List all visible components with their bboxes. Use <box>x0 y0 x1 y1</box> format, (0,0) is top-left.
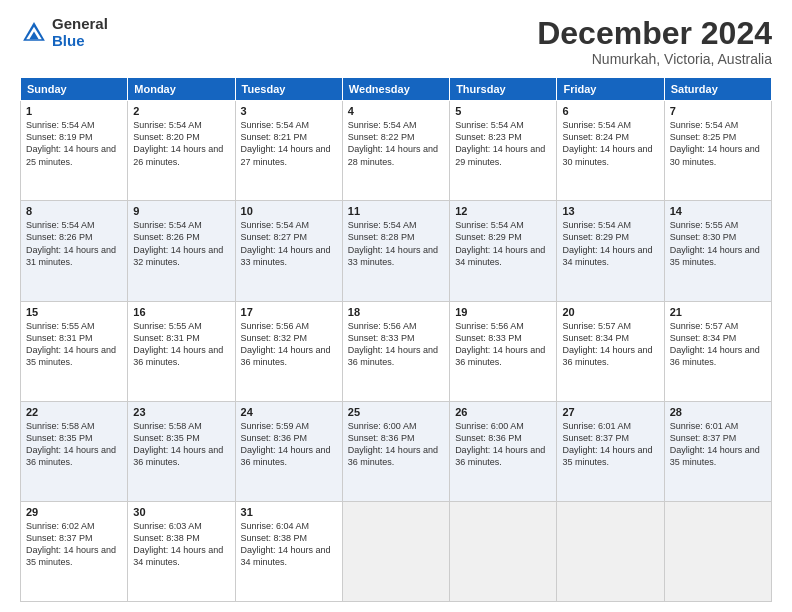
day-number: 25 <box>348 406 444 418</box>
calendar-cell: 3 Sunrise: 5:54 AMSunset: 8:21 PMDayligh… <box>235 101 342 201</box>
logo-text: General Blue <box>52 16 108 49</box>
day-info: Sunrise: 5:54 AMSunset: 8:27 PMDaylight:… <box>241 220 331 266</box>
calendar-cell: 16 Sunrise: 5:55 AMSunset: 8:31 PMDaylig… <box>128 301 235 401</box>
day-info: Sunrise: 5:58 AMSunset: 8:35 PMDaylight:… <box>26 421 116 467</box>
col-monday: Monday <box>128 78 235 101</box>
calendar-cell: 13 Sunrise: 5:54 AMSunset: 8:29 PMDaylig… <box>557 201 664 301</box>
day-number: 19 <box>455 306 551 318</box>
logo-general-text: General <box>52 16 108 33</box>
calendar-cell: 27 Sunrise: 6:01 AMSunset: 8:37 PMDaylig… <box>557 401 664 501</box>
logo-blue-text: Blue <box>52 33 108 50</box>
day-info: Sunrise: 5:55 AMSunset: 8:30 PMDaylight:… <box>670 220 760 266</box>
calendar-row-3: 15 Sunrise: 5:55 AMSunset: 8:31 PMDaylig… <box>21 301 772 401</box>
day-number: 20 <box>562 306 658 318</box>
calendar-cell: 20 Sunrise: 5:57 AMSunset: 8:34 PMDaylig… <box>557 301 664 401</box>
day-number: 29 <box>26 506 122 518</box>
calendar-row-2: 8 Sunrise: 5:54 AMSunset: 8:26 PMDayligh… <box>21 201 772 301</box>
day-number: 18 <box>348 306 444 318</box>
day-number: 12 <box>455 205 551 217</box>
title-block: December 2024 Numurkah, Victoria, Austra… <box>537 16 772 67</box>
calendar-cell: 8 Sunrise: 5:54 AMSunset: 8:26 PMDayligh… <box>21 201 128 301</box>
calendar-cell: 22 Sunrise: 5:58 AMSunset: 8:35 PMDaylig… <box>21 401 128 501</box>
day-info: Sunrise: 5:55 AMSunset: 8:31 PMDaylight:… <box>133 321 223 367</box>
day-info: Sunrise: 5:54 AMSunset: 8:26 PMDaylight:… <box>26 220 116 266</box>
calendar-cell: 26 Sunrise: 6:00 AMSunset: 8:36 PMDaylig… <box>450 401 557 501</box>
day-info: Sunrise: 5:56 AMSunset: 8:33 PMDaylight:… <box>348 321 438 367</box>
day-number: 4 <box>348 105 444 117</box>
day-number: 8 <box>26 205 122 217</box>
day-info: Sunrise: 6:00 AMSunset: 8:36 PMDaylight:… <box>348 421 438 467</box>
day-info: Sunrise: 5:59 AMSunset: 8:36 PMDaylight:… <box>241 421 331 467</box>
day-info: Sunrise: 5:54 AMSunset: 8:29 PMDaylight:… <box>562 220 652 266</box>
day-number: 6 <box>562 105 658 117</box>
calendar-cell: 30 Sunrise: 6:03 AMSunset: 8:38 PMDaylig… <box>128 501 235 601</box>
day-number: 31 <box>241 506 337 518</box>
calendar-cell: 23 Sunrise: 5:58 AMSunset: 8:35 PMDaylig… <box>128 401 235 501</box>
day-number: 28 <box>670 406 766 418</box>
calendar-cell: 7 Sunrise: 5:54 AMSunset: 8:25 PMDayligh… <box>664 101 771 201</box>
day-info: Sunrise: 5:54 AMSunset: 8:26 PMDaylight:… <box>133 220 223 266</box>
calendar-table: Sunday Monday Tuesday Wednesday Thursday… <box>20 77 772 602</box>
day-info: Sunrise: 6:02 AMSunset: 8:37 PMDaylight:… <box>26 521 116 567</box>
calendar-cell: 28 Sunrise: 6:01 AMSunset: 8:37 PMDaylig… <box>664 401 771 501</box>
day-info: Sunrise: 5:54 AMSunset: 8:20 PMDaylight:… <box>133 120 223 166</box>
day-number: 3 <box>241 105 337 117</box>
day-info: Sunrise: 6:01 AMSunset: 8:37 PMDaylight:… <box>670 421 760 467</box>
calendar-cell: 21 Sunrise: 5:57 AMSunset: 8:34 PMDaylig… <box>664 301 771 401</box>
day-number: 14 <box>670 205 766 217</box>
day-info: Sunrise: 5:55 AMSunset: 8:31 PMDaylight:… <box>26 321 116 367</box>
col-friday: Friday <box>557 78 664 101</box>
calendar-cell: 11 Sunrise: 5:54 AMSunset: 8:28 PMDaylig… <box>342 201 449 301</box>
calendar-cell: 6 Sunrise: 5:54 AMSunset: 8:24 PMDayligh… <box>557 101 664 201</box>
calendar-cell: 15 Sunrise: 5:55 AMSunset: 8:31 PMDaylig… <box>21 301 128 401</box>
calendar-cell: 17 Sunrise: 5:56 AMSunset: 8:32 PMDaylig… <box>235 301 342 401</box>
calendar-cell <box>342 501 449 601</box>
calendar-cell: 19 Sunrise: 5:56 AMSunset: 8:33 PMDaylig… <box>450 301 557 401</box>
calendar-row-5: 29 Sunrise: 6:02 AMSunset: 8:37 PMDaylig… <box>21 501 772 601</box>
calendar-cell: 10 Sunrise: 5:54 AMSunset: 8:27 PMDaylig… <box>235 201 342 301</box>
day-number: 11 <box>348 205 444 217</box>
calendar-header-row: Sunday Monday Tuesday Wednesday Thursday… <box>21 78 772 101</box>
calendar-cell <box>664 501 771 601</box>
day-number: 23 <box>133 406 229 418</box>
calendar-row-1: 1 Sunrise: 5:54 AMSunset: 8:19 PMDayligh… <box>21 101 772 201</box>
day-number: 22 <box>26 406 122 418</box>
day-info: Sunrise: 5:54 AMSunset: 8:19 PMDaylight:… <box>26 120 116 166</box>
day-info: Sunrise: 5:57 AMSunset: 8:34 PMDaylight:… <box>562 321 652 367</box>
col-saturday: Saturday <box>664 78 771 101</box>
calendar-row-4: 22 Sunrise: 5:58 AMSunset: 8:35 PMDaylig… <box>21 401 772 501</box>
day-info: Sunrise: 5:57 AMSunset: 8:34 PMDaylight:… <box>670 321 760 367</box>
day-info: Sunrise: 5:54 AMSunset: 8:25 PMDaylight:… <box>670 120 760 166</box>
day-number: 15 <box>26 306 122 318</box>
calendar-cell: 4 Sunrise: 5:54 AMSunset: 8:22 PMDayligh… <box>342 101 449 201</box>
header: General Blue December 2024 Numurkah, Vic… <box>20 16 772 67</box>
day-info: Sunrise: 6:04 AMSunset: 8:38 PMDaylight:… <box>241 521 331 567</box>
col-wednesday: Wednesday <box>342 78 449 101</box>
day-info: Sunrise: 6:03 AMSunset: 8:38 PMDaylight:… <box>133 521 223 567</box>
calendar-cell: 29 Sunrise: 6:02 AMSunset: 8:37 PMDaylig… <box>21 501 128 601</box>
logo-icon <box>20 19 48 47</box>
calendar-cell <box>450 501 557 601</box>
logo: General Blue <box>20 16 108 49</box>
calendar-cell: 2 Sunrise: 5:54 AMSunset: 8:20 PMDayligh… <box>128 101 235 201</box>
day-number: 5 <box>455 105 551 117</box>
day-info: Sunrise: 6:01 AMSunset: 8:37 PMDaylight:… <box>562 421 652 467</box>
day-info: Sunrise: 5:54 AMSunset: 8:22 PMDaylight:… <box>348 120 438 166</box>
day-number: 10 <box>241 205 337 217</box>
day-number: 27 <box>562 406 658 418</box>
calendar-cell: 18 Sunrise: 5:56 AMSunset: 8:33 PMDaylig… <box>342 301 449 401</box>
day-info: Sunrise: 5:54 AMSunset: 8:28 PMDaylight:… <box>348 220 438 266</box>
calendar-cell: 31 Sunrise: 6:04 AMSunset: 8:38 PMDaylig… <box>235 501 342 601</box>
page: General Blue December 2024 Numurkah, Vic… <box>0 0 792 612</box>
day-number: 17 <box>241 306 337 318</box>
day-info: Sunrise: 6:00 AMSunset: 8:36 PMDaylight:… <box>455 421 545 467</box>
calendar-cell: 14 Sunrise: 5:55 AMSunset: 8:30 PMDaylig… <box>664 201 771 301</box>
calendar-cell: 9 Sunrise: 5:54 AMSunset: 8:26 PMDayligh… <box>128 201 235 301</box>
calendar-cell: 25 Sunrise: 6:00 AMSunset: 8:36 PMDaylig… <box>342 401 449 501</box>
col-sunday: Sunday <box>21 78 128 101</box>
calendar-cell <box>557 501 664 601</box>
day-info: Sunrise: 5:54 AMSunset: 8:24 PMDaylight:… <box>562 120 652 166</box>
day-info: Sunrise: 5:58 AMSunset: 8:35 PMDaylight:… <box>133 421 223 467</box>
day-number: 16 <box>133 306 229 318</box>
calendar-cell: 12 Sunrise: 5:54 AMSunset: 8:29 PMDaylig… <box>450 201 557 301</box>
